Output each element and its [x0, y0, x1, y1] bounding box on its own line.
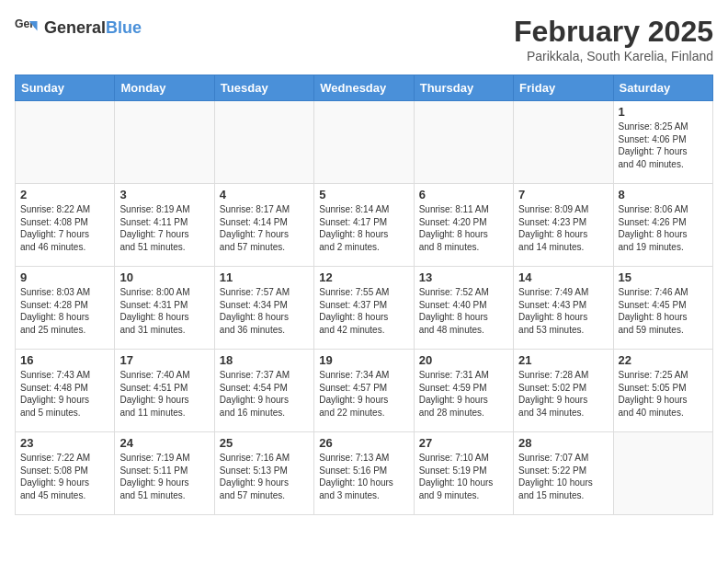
calendar-cell: 6Sunrise: 8:11 AM Sunset: 4:20 PM Daylig…: [414, 184, 513, 267]
day-info: Sunrise: 7:10 AM Sunset: 5:19 PM Dayligh…: [419, 452, 508, 501]
calendar-cell: 10Sunrise: 8:00 AM Sunset: 4:31 PM Dayli…: [115, 267, 214, 350]
calendar-week-2: 9Sunrise: 8:03 AM Sunset: 4:28 PM Daylig…: [16, 267, 713, 350]
calendar-cell: 22Sunrise: 7:25 AM Sunset: 5:05 PM Dayli…: [613, 350, 712, 432]
calendar-cell: [414, 101, 513, 184]
calendar-cell: 19Sunrise: 7:34 AM Sunset: 4:57 PM Dayli…: [314, 350, 414, 432]
weekday-header-row: Sunday Monday Tuesday Wednesday Thursday…: [16, 75, 713, 101]
logo-icon: Gen: [15, 15, 40, 40]
day-number: 4: [220, 188, 309, 201]
day-info: Sunrise: 7:40 AM Sunset: 4:51 PM Dayligh…: [119, 369, 209, 419]
day-number: 25: [220, 436, 309, 450]
day-number: 22: [619, 353, 708, 367]
calendar-cell: 26Sunrise: 7:13 AM Sunset: 5:16 PM Dayli…: [314, 432, 414, 515]
logo-general: GeneralBlue: [44, 18, 142, 38]
calendar-week-0: 1Sunrise: 8:25 AM Sunset: 4:06 PM Daylig…: [16, 101, 713, 184]
calendar-table: Sunday Monday Tuesday Wednesday Thursday…: [15, 75, 713, 515]
calendar-cell: 12Sunrise: 7:55 AM Sunset: 4:37 PM Dayli…: [314, 267, 414, 350]
day-info: Sunrise: 8:22 AM Sunset: 4:08 PM Dayligh…: [20, 203, 109, 253]
day-info: Sunrise: 7:28 AM Sunset: 5:02 PM Dayligh…: [518, 369, 608, 419]
day-number: 1: [619, 105, 708, 119]
day-info: Sunrise: 8:09 AM Sunset: 4:23 PM Dayligh…: [518, 203, 608, 253]
calendar-cell: 14Sunrise: 7:49 AM Sunset: 4:43 PM Dayli…: [514, 267, 613, 350]
calendar-cell: 9Sunrise: 8:03 AM Sunset: 4:28 PM Daylig…: [16, 267, 115, 350]
calendar-cell: [115, 101, 214, 184]
calendar-cell: 16Sunrise: 7:43 AM Sunset: 4:48 PM Dayli…: [16, 350, 115, 432]
calendar-cell: 18Sunrise: 7:37 AM Sunset: 4:54 PM Dayli…: [214, 350, 313, 432]
calendar-title: February 2025: [514, 15, 713, 49]
calendar-cell: [613, 432, 712, 515]
day-number: 18: [220, 353, 309, 367]
day-info: Sunrise: 7:25 AM Sunset: 5:05 PM Dayligh…: [619, 369, 708, 419]
day-info: Sunrise: 7:34 AM Sunset: 4:57 PM Dayligh…: [319, 369, 408, 419]
calendar-cell: 27Sunrise: 7:10 AM Sunset: 5:19 PM Dayli…: [414, 432, 513, 515]
day-number: 5: [319, 188, 408, 201]
day-number: 21: [518, 353, 608, 367]
header: Gen GeneralBlue February 2025 Parikkala,…: [15, 15, 713, 63]
day-info: Sunrise: 8:03 AM Sunset: 4:28 PM Dayligh…: [20, 286, 109, 336]
day-number: 28: [518, 436, 608, 450]
day-number: 13: [419, 270, 508, 284]
calendar-week-4: 23Sunrise: 7:22 AM Sunset: 5:08 PM Dayli…: [16, 432, 713, 515]
day-info: Sunrise: 7:43 AM Sunset: 4:48 PM Dayligh…: [20, 369, 109, 419]
day-info: Sunrise: 8:00 AM Sunset: 4:31 PM Dayligh…: [119, 286, 209, 336]
day-number: 2: [20, 188, 109, 201]
day-info: Sunrise: 8:25 AM Sunset: 4:06 PM Dayligh…: [619, 121, 708, 170]
calendar-cell: 24Sunrise: 7:19 AM Sunset: 5:11 PM Dayli…: [115, 432, 214, 515]
calendar-cell: 3Sunrise: 8:19 AM Sunset: 4:11 PM Daylig…: [115, 184, 214, 267]
day-info: Sunrise: 7:22 AM Sunset: 5:08 PM Dayligh…: [20, 452, 109, 501]
calendar-cell: 17Sunrise: 7:40 AM Sunset: 4:51 PM Dayli…: [115, 350, 214, 432]
calendar-cell: 8Sunrise: 8:06 AM Sunset: 4:26 PM Daylig…: [613, 184, 712, 267]
day-number: 14: [518, 270, 608, 284]
day-number: 8: [619, 188, 708, 201]
day-number: 12: [319, 270, 408, 284]
calendar-cell: 25Sunrise: 7:16 AM Sunset: 5:13 PM Dayli…: [214, 432, 313, 515]
day-number: 23: [20, 436, 109, 450]
day-number: 24: [119, 436, 209, 450]
header-sunday: Sunday: [16, 75, 115, 101]
calendar-cell: 20Sunrise: 7:31 AM Sunset: 4:59 PM Dayli…: [414, 350, 513, 432]
day-number: 27: [419, 436, 508, 450]
calendar-cell: 5Sunrise: 8:14 AM Sunset: 4:17 PM Daylig…: [314, 184, 414, 267]
day-info: Sunrise: 8:17 AM Sunset: 4:14 PM Dayligh…: [220, 203, 309, 253]
day-number: 11: [220, 270, 309, 284]
day-number: 16: [20, 353, 109, 367]
calendar-cell: 11Sunrise: 7:57 AM Sunset: 4:34 PM Dayli…: [214, 267, 313, 350]
calendar-cell: 1Sunrise: 8:25 AM Sunset: 4:06 PM Daylig…: [613, 101, 712, 184]
day-number: 26: [319, 436, 408, 450]
day-number: 20: [419, 353, 508, 367]
logo: Gen GeneralBlue: [15, 15, 142, 40]
day-info: Sunrise: 7:07 AM Sunset: 5:22 PM Dayligh…: [518, 452, 608, 501]
calendar-cell: [214, 101, 313, 184]
title-section: February 2025 Parikkala, South Karelia, …: [514, 15, 713, 63]
calendar-week-1: 2Sunrise: 8:22 AM Sunset: 4:08 PM Daylig…: [16, 184, 713, 267]
day-number: 3: [119, 188, 209, 201]
day-info: Sunrise: 7:37 AM Sunset: 4:54 PM Dayligh…: [220, 369, 309, 419]
day-number: 10: [119, 270, 209, 284]
header-friday: Friday: [514, 75, 613, 101]
day-number: 6: [419, 188, 508, 201]
day-info: Sunrise: 8:19 AM Sunset: 4:11 PM Dayligh…: [119, 203, 209, 253]
day-info: Sunrise: 7:31 AM Sunset: 4:59 PM Dayligh…: [419, 369, 508, 419]
day-info: Sunrise: 7:46 AM Sunset: 4:45 PM Dayligh…: [619, 286, 708, 336]
day-number: 19: [319, 353, 408, 367]
calendar-cell: 13Sunrise: 7:52 AM Sunset: 4:40 PM Dayli…: [414, 267, 513, 350]
day-info: Sunrise: 7:52 AM Sunset: 4:40 PM Dayligh…: [419, 286, 508, 336]
calendar-cell: 28Sunrise: 7:07 AM Sunset: 5:22 PM Dayli…: [514, 432, 613, 515]
day-info: Sunrise: 7:16 AM Sunset: 5:13 PM Dayligh…: [220, 452, 309, 501]
calendar-cell: 23Sunrise: 7:22 AM Sunset: 5:08 PM Dayli…: [16, 432, 115, 515]
day-info: Sunrise: 8:11 AM Sunset: 4:20 PM Dayligh…: [419, 203, 508, 253]
calendar-cell: 7Sunrise: 8:09 AM Sunset: 4:23 PM Daylig…: [514, 184, 613, 267]
header-tuesday: Tuesday: [214, 75, 313, 101]
header-thursday: Thursday: [414, 75, 513, 101]
day-info: Sunrise: 7:13 AM Sunset: 5:16 PM Dayligh…: [319, 452, 408, 501]
day-info: Sunrise: 8:14 AM Sunset: 4:17 PM Dayligh…: [319, 203, 408, 253]
header-saturday: Saturday: [613, 75, 712, 101]
day-info: Sunrise: 7:19 AM Sunset: 5:11 PM Dayligh…: [119, 452, 209, 501]
calendar-cell: 21Sunrise: 7:28 AM Sunset: 5:02 PM Dayli…: [514, 350, 613, 432]
calendar-cell: 4Sunrise: 8:17 AM Sunset: 4:14 PM Daylig…: [214, 184, 313, 267]
header-monday: Monday: [115, 75, 214, 101]
calendar-cell: [16, 101, 115, 184]
calendar-cell: [514, 101, 613, 184]
day-info: Sunrise: 7:55 AM Sunset: 4:37 PM Dayligh…: [319, 286, 408, 336]
day-info: Sunrise: 8:06 AM Sunset: 4:26 PM Dayligh…: [619, 203, 708, 253]
